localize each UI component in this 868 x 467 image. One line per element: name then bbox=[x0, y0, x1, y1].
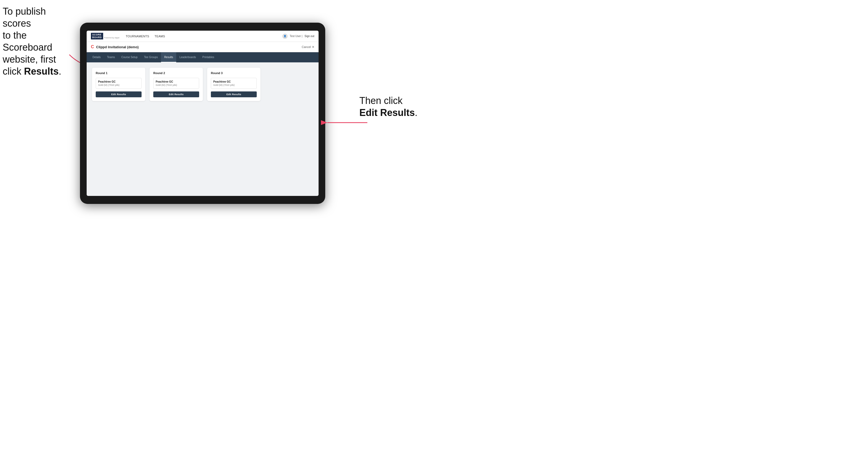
user-name: Test User | bbox=[290, 35, 303, 38]
round-3-course-card: Peachtree GC Gold (M) (7010 yds) bbox=[211, 78, 257, 89]
round-2-title: Round 2 bbox=[153, 71, 199, 75]
round-card-3: Round 3 Peachtree GC Gold (M) (7010 yds)… bbox=[207, 68, 260, 101]
tab-bar: Details Teams Course Setup Tee Groups Re… bbox=[87, 52, 318, 62]
round-card-1: Round 1 Peachtree GC Gold (M) (7010 yds)… bbox=[92, 68, 145, 101]
instruction-left: To publish scores to the Scoreboard webs… bbox=[3, 5, 72, 77]
round-2-course-card: Peachtree GC Gold (M) (7010 yds) bbox=[153, 78, 199, 89]
edit-results-button-1[interactable]: Edit Results bbox=[96, 91, 142, 97]
tab-teams[interactable]: Teams bbox=[104, 52, 118, 62]
tab-tee-groups[interactable]: Tee Groups bbox=[141, 52, 161, 62]
round-3-title: Round 3 bbox=[211, 71, 257, 75]
tournament-name: Clippd Invitational (demo) bbox=[96, 45, 139, 49]
round-3-course-name: Peachtree GC bbox=[213, 80, 254, 83]
nav-right: 👤 Test User | Sign out bbox=[282, 34, 314, 39]
round-1-course-name: Peachtree GC bbox=[98, 80, 139, 83]
logo-area: SCORE BOARD Powered by clippd bbox=[91, 33, 119, 40]
logo-subtitle: Powered by clippd bbox=[104, 37, 119, 39]
tab-results[interactable]: Results bbox=[161, 52, 176, 62]
instruction-right: Then click Edit Results. bbox=[359, 95, 418, 119]
tournament-initial: C bbox=[91, 44, 94, 49]
round-1-course-details: Gold (M) (7010 yds) bbox=[98, 84, 139, 86]
arrow-right bbox=[322, 117, 370, 128]
cancel-button[interactable]: Cancel ✕ bbox=[302, 45, 314, 49]
tab-leaderboards[interactable]: Leaderboards bbox=[176, 52, 199, 62]
round-3-course-details: Gold (M) (7010 yds) bbox=[213, 84, 254, 86]
scoreboard-logo: SCORE BOARD bbox=[91, 33, 103, 40]
nav-tournaments[interactable]: TOURNAMENTS bbox=[126, 35, 149, 38]
main-content: Round 1 Peachtree GC Gold (M) (7010 yds)… bbox=[87, 62, 318, 196]
edit-results-button-2[interactable]: Edit Results bbox=[153, 91, 199, 97]
tournament-title-area: C Clippd Invitational (demo) bbox=[91, 44, 138, 49]
round-1-title: Round 1 bbox=[96, 71, 142, 75]
round-2-course-details: Gold (M) (7010 yds) bbox=[156, 84, 197, 86]
sign-out-link[interactable]: Sign out bbox=[304, 35, 314, 38]
tab-details[interactable]: Details bbox=[89, 52, 104, 62]
tab-printables[interactable]: Printables bbox=[199, 52, 217, 62]
round-2-course-name: Peachtree GC bbox=[156, 80, 197, 83]
nav-teams[interactable]: TEAMS bbox=[155, 35, 165, 38]
top-nav: SCORE BOARD Powered by clippd TOURNAMENT… bbox=[87, 31, 318, 42]
round-1-course-card: Peachtree GC Gold (M) (7010 yds) bbox=[96, 78, 142, 89]
tournament-header: C Clippd Invitational (demo) Cancel ✕ bbox=[87, 42, 318, 52]
round-card-2: Round 2 Peachtree GC Gold (M) (7010 yds)… bbox=[150, 68, 203, 101]
rounds-grid: Round 1 Peachtree GC Gold (M) (7010 yds)… bbox=[92, 68, 313, 101]
tablet-screen: SCORE BOARD Powered by clippd TOURNAMENT… bbox=[87, 31, 318, 196]
user-avatar: 👤 bbox=[282, 34, 288, 39]
tablet-device: SCORE BOARD Powered by clippd TOURNAMENT… bbox=[80, 23, 325, 204]
nav-links: TOURNAMENTS TEAMS bbox=[126, 35, 282, 38]
tab-course-setup[interactable]: Course Setup bbox=[118, 52, 141, 62]
edit-results-button-3[interactable]: Edit Results bbox=[211, 91, 257, 97]
